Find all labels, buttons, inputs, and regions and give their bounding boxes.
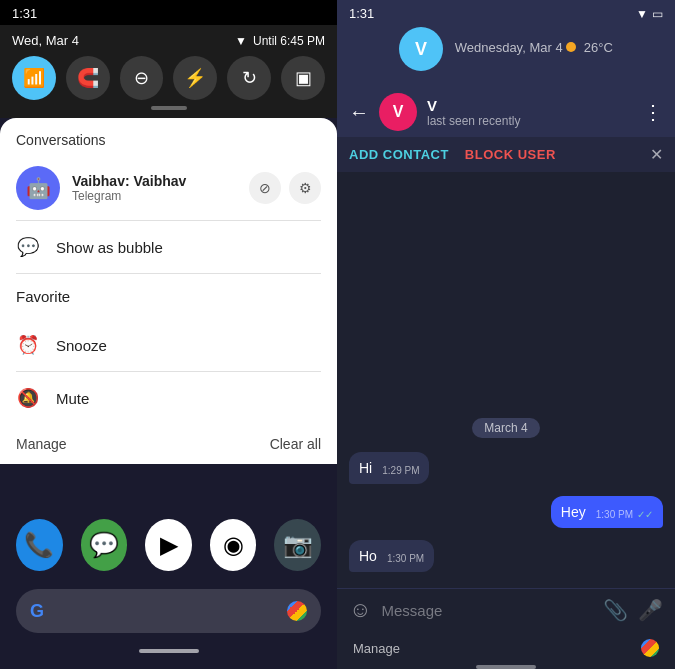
battery-saver-toggle[interactable]: ▣: [281, 56, 325, 100]
msg-time-hey: 1:30 PM: [596, 509, 633, 520]
chat-contact-name: V: [427, 97, 633, 114]
msg-bubble-sent-1: Hey 1:30 PM ✓✓: [551, 496, 663, 528]
notif-panel-footer: Manage Clear all: [0, 424, 337, 464]
mic-button[interactable]: 🎤: [638, 598, 663, 622]
msg-content-1: Hi 1:29 PM: [359, 460, 419, 476]
app-phone[interactable]: 📞: [16, 519, 63, 571]
msg-row-received-1: Hi 1:29 PM: [349, 452, 663, 484]
menu-item-snooze[interactable]: ⏰ Snooze: [0, 319, 337, 371]
rotate-toggle[interactable]: ↻: [227, 56, 271, 100]
qs-date-text: Wed, Mar 4: [12, 33, 79, 48]
attach-button[interactable]: 📎: [603, 598, 628, 622]
wifi-toggle[interactable]: 📶: [12, 56, 56, 100]
favorite-label: Favorite: [16, 288, 70, 305]
msg-text-hi: Hi: [359, 460, 372, 476]
avatar-letter: V: [393, 103, 404, 121]
add-contact-button[interactable]: ADD CONTACT: [349, 147, 449, 162]
date-badge: March 4: [349, 418, 663, 436]
flashlight-icon: ⚡: [184, 67, 206, 89]
avatar-top: V: [399, 27, 443, 71]
chrome-icon: ◉: [223, 531, 244, 559]
dnd-toggle[interactable]: ⊖: [120, 56, 164, 100]
msg-row-received-2: Ho 1:30 PM: [349, 540, 663, 572]
qs-battery: ▼ Until 6:45 PM: [235, 34, 325, 48]
home-indicator-right: [476, 665, 536, 669]
quick-settings: Wed, Mar 4 ▼ Until 6:45 PM 📶 🧲 ⊖ ⚡ ↻: [0, 25, 337, 118]
msg-content-sent-1: Hey 1:30 PM ✓✓: [561, 504, 653, 520]
manage-text[interactable]: Manage: [353, 641, 400, 656]
weather-dot-icon: [566, 42, 576, 52]
block-user-button[interactable]: BLOCK USER: [465, 147, 556, 162]
notif-app-avatar: 🤖: [16, 166, 60, 210]
chat-contact-avatar: V: [379, 93, 417, 131]
input-bar: ☺ Message 📎 🎤: [337, 588, 675, 631]
mute-label: Mute: [56, 390, 89, 407]
snooze-label: Snooze: [56, 337, 107, 354]
date-badge-text: March 4: [472, 418, 539, 438]
time-right: 1:31: [349, 6, 374, 21]
notif-actions: ⊘ ⚙: [249, 172, 321, 204]
chat-last-seen: last seen recently: [427, 114, 633, 128]
battery-label: Until 6:45 PM: [253, 34, 325, 48]
manage-link[interactable]: Manage: [16, 436, 67, 452]
bluetooth-toggle[interactable]: 🧲: [66, 56, 110, 100]
quick-setting-icons: 📶 🧲 ⊖ ⚡ ↻ ▣: [12, 56, 325, 100]
msg-tick-hey: ✓✓: [637, 509, 653, 520]
date-weather-bar: V Wednesday, Mar 4 26°C: [337, 25, 675, 79]
date-text: Wednesday, Mar 4: [455, 40, 563, 55]
msg-text-ho: Ho: [359, 548, 377, 564]
menu-item-bubble[interactable]: 💬 Show as bubble: [0, 221, 337, 273]
app-messages[interactable]: 💬: [81, 519, 128, 571]
menu-item-mute[interactable]: 🔕 Mute: [0, 372, 337, 424]
phone-icon: 📞: [24, 531, 54, 559]
notif-item[interactable]: 🤖 Vaibhav: Vaibhav Telegram ⊘ ⚙: [0, 156, 337, 220]
msg-text-hey: Hey: [561, 504, 586, 520]
battery-saver-icon: ▣: [295, 67, 312, 89]
notif-section-label: Conversations: [0, 118, 337, 156]
app-dock: 📞 💬 ▶ ◉ 📷: [0, 509, 337, 581]
wifi-icon: 📶: [23, 67, 45, 89]
battery-status-icon: ▭: [652, 7, 663, 21]
msg-time-hi: 1:29 PM: [382, 465, 419, 476]
back-button[interactable]: ←: [349, 101, 369, 124]
bottom-bar-right: Manage: [337, 631, 675, 661]
left-panel: 1:31 Wed, Mar 4 ▼ Until 6:45 PM 📶 🧲 ⊖ ⚡: [0, 0, 337, 669]
status-icons-right: ▼ ▭: [636, 7, 663, 21]
temperature-text: 26°C: [584, 40, 613, 55]
emoji-button[interactable]: ☺: [349, 597, 371, 623]
msg-bubble-received-2: Ho 1:30 PM: [349, 540, 434, 572]
chat-toolbar: ← V V last seen recently ⋮: [337, 87, 675, 137]
notification-panel: Conversations 🤖 Vaibhav: Vaibhav Telegra…: [0, 118, 337, 464]
wifi-indicator: ▼: [235, 34, 247, 48]
home-screen: 📞 💬 ▶ ◉ 📷 G: [0, 464, 337, 669]
flashlight-toggle[interactable]: ⚡: [173, 56, 217, 100]
notif-app-icon: 🤖: [26, 176, 51, 200]
qs-date-row: Wed, Mar 4 ▼ Until 6:45 PM: [12, 29, 325, 56]
messages-icon: 💬: [89, 531, 119, 559]
action-close-button[interactable]: ✕: [650, 145, 663, 164]
notif-subtitle: Telegram: [72, 189, 237, 203]
menu-item-favorite[interactable]: Favorite: [0, 274, 337, 319]
clear-all-link[interactable]: Clear all: [270, 436, 321, 452]
bluetooth-icon: 🧲: [77, 67, 99, 89]
message-input[interactable]: Message: [381, 602, 593, 619]
bubble-label: Show as bubble: [56, 239, 163, 256]
right-panel: 1:31 ▼ ▭ V Wednesday, Mar 4 26°C ← V V l…: [337, 0, 675, 669]
time-left: 1:31: [12, 6, 37, 21]
camera-icon: 📷: [283, 531, 313, 559]
notif-mute-btn[interactable]: ⊘: [249, 172, 281, 204]
app-chrome[interactable]: ◉: [210, 519, 257, 571]
snooze-icon: ⏰: [16, 333, 40, 357]
google-search-bar[interactable]: G: [16, 589, 321, 633]
app-play-store[interactable]: ▶: [145, 519, 192, 571]
action-bar: ADD CONTACT BLOCK USER ✕: [337, 137, 675, 172]
more-options-button[interactable]: ⋮: [643, 100, 663, 124]
app-camera[interactable]: 📷: [274, 519, 321, 571]
google-mic-icon: [287, 601, 307, 621]
notif-mute-icon: ⊘: [259, 180, 271, 196]
status-bar-right: 1:31 ▼ ▭: [337, 0, 675, 25]
notif-settings-btn[interactable]: ⚙: [289, 172, 321, 204]
rotate-icon: ↻: [242, 67, 257, 89]
msg-bubble-received-1: Hi 1:29 PM: [349, 452, 429, 484]
msg-content-2: Ho 1:30 PM: [359, 548, 424, 564]
